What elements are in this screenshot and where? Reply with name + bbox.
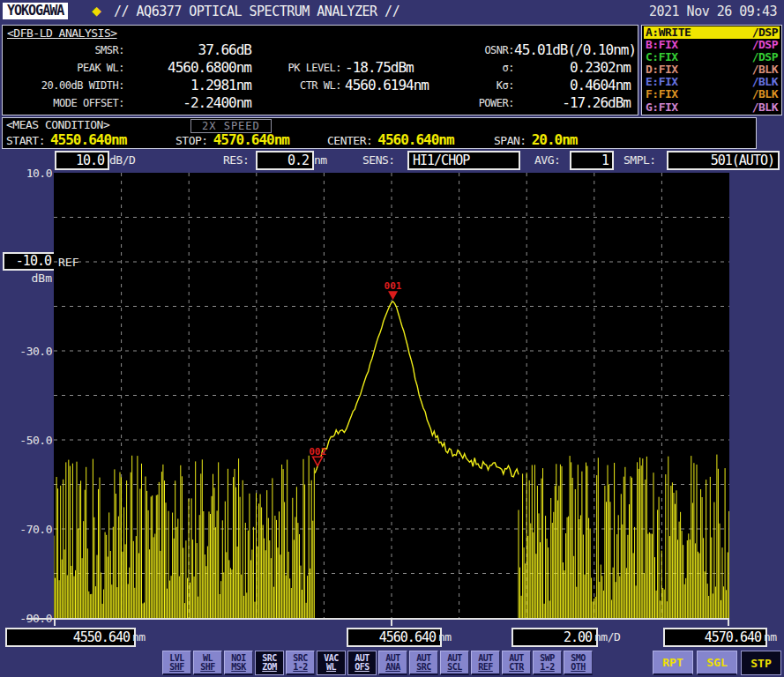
level-scale-box[interactable]: 10.0 [55, 151, 109, 170]
stop-value: 4570.640nm [213, 131, 289, 148]
analysis-value [341, 94, 465, 112]
sens-value-box[interactable]: HI1/CHOP [407, 151, 520, 170]
softkey-smo-oth[interactable]: SMOOTH [564, 651, 593, 675]
start-wl-unit: nm [132, 630, 146, 644]
softkey-line1: AUT [478, 654, 493, 663]
rpt-button[interactable]: RPT [653, 651, 693, 675]
softkey-aut-ofs[interactable]: AUTOFS [347, 651, 377, 675]
axis-tick-center [391, 618, 392, 626]
analysis-label: 20.00dB WIDTH: [4, 77, 124, 94]
trace-row-a[interactable]: A:WRITE/DSP [644, 26, 780, 39]
softkey-line2: MSK [231, 663, 246, 672]
analysis-label [253, 94, 341, 112]
analysis-value: 45.01dB(/0.10nm) [514, 41, 632, 59]
analysis-value: 37.66dB [124, 41, 253, 59]
analysis-value: -17.26dBm [514, 94, 632, 112]
softkey-line1: LVL [169, 654, 184, 663]
trace-row-f[interactable]: F:FIX/BLK [644, 88, 780, 100]
marker-002-label: 002 [309, 446, 326, 458]
trace-row-g[interactable]: G:FIX/BLK [644, 101, 780, 114]
span-label: SPAN: [494, 134, 526, 147]
osa-screen: YOKOGAWA ◆ // AQ6377 OPTICAL SPECTRUM AN… [0, 0, 784, 677]
marker-002-icon[interactable] [313, 457, 323, 465]
softkey-aut-ctr[interactable]: AUTCTR [502, 651, 531, 675]
trace-row-b[interactable]: B:FIX/DSP [644, 39, 780, 51]
softkey-src-1-2[interactable]: SRC1-2 [286, 651, 315, 675]
dfb-ld-analysis-panel: <DFB-LD ANALYSIS> SMSR: 37.66dB OSNR: 45… [2, 25, 638, 115]
center-wl-unit: nm [438, 630, 452, 644]
trace-row-e[interactable]: E:FIX/BLK [644, 76, 780, 88]
trace-name: G:FIX [646, 101, 678, 114]
trace-row-c[interactable]: C:FIX/DSP [644, 51, 780, 63]
stop-label: STOP: [175, 134, 208, 147]
x-scale-box: 2.00 [511, 628, 598, 647]
softkey-line2: ANA [385, 663, 400, 672]
trace-mode: /BLK [752, 101, 778, 114]
softkey-line2: REF [478, 663, 493, 672]
softkey-aut-scl[interactable]: AUTSCL [440, 651, 469, 675]
analysis-value: 4560.6800nm [124, 59, 253, 77]
softkey-line2: 1-2 [293, 663, 308, 672]
softkey-line2: CTR [509, 663, 524, 672]
softkey-line2: SHF [169, 663, 184, 672]
trace-mode: /DSP [752, 26, 778, 39]
trace-name: E:FIX [646, 76, 678, 88]
trace-row-d[interactable]: D:FIX/BLK [644, 63, 780, 76]
softkey-noi-msk[interactable]: NOIMSK [224, 651, 253, 675]
trace-status-panel: A:WRITE/DSPB:FIX/DSPC:FIX/DSPD:FIX/BLKE:… [641, 25, 782, 115]
meas-title: <MEAS CONDITION> [6, 118, 109, 131]
res-label: RES: [223, 153, 249, 167]
stop-wl-box: 4570.640 [663, 628, 767, 647]
sens-label: SENS: [362, 153, 395, 167]
trace-name: A:WRITE [646, 26, 691, 39]
softkey-line2: WL [326, 663, 336, 672]
y-axis-label: -30.0 [14, 345, 52, 358]
softkey-line2: SHF [200, 663, 215, 672]
softkey-line1: SMO [571, 654, 586, 663]
avg-label: AVG: [534, 153, 560, 167]
ref-marker-label: REF [58, 256, 79, 269]
softkey-vac-wl[interactable]: VACWL [317, 651, 346, 675]
smpl-label: SMPL: [623, 153, 656, 167]
span-field: SPAN: 20.0nm [494, 131, 577, 148]
ref-level-box[interactable]: -10.0 [3, 252, 56, 271]
softkey-swp-1-2[interactable]: SWP1-2 [533, 651, 562, 675]
softkey-line2: ZOM [262, 663, 277, 672]
yokogawa-diamond-icon: ◆ [92, 2, 101, 19]
res-value-box[interactable]: 0.2 [256, 151, 314, 170]
marker-001-label: 001 [385, 280, 402, 292]
plot-area: REF001002 [54, 173, 729, 618]
trace-mode: /DSP [752, 39, 778, 51]
stop-wl-field: STOP: 4570.640nm [175, 131, 289, 148]
avg-value-box[interactable]: 1 [570, 151, 614, 170]
center-label: CENTER: [327, 134, 372, 147]
softkey-aut-ana[interactable]: AUTANA [378, 651, 407, 675]
analysis-label: SMSR: [4, 41, 124, 59]
datetime: 2021 Nov 26 09:43 [649, 4, 777, 19]
softkey-line1: AUT [447, 654, 462, 663]
analysis-label: PK LEVEL: [253, 59, 341, 77]
analysis-value: 1.2981nm [124, 77, 253, 94]
softkey-line1: AUT [509, 654, 524, 663]
stp-button[interactable]: STP [741, 651, 781, 675]
analysis-label: POWER: [465, 94, 514, 112]
marker-001-icon[interactable] [388, 291, 398, 300]
y-axis-unit: dBm [14, 272, 52, 285]
analysis-label: CTR WL: [253, 77, 341, 94]
softkey-wl-shf[interactable]: WLSHF [193, 651, 222, 675]
analysis-value: -2.2400nm [124, 94, 253, 112]
start-wl-field: START: 4550.640nm [6, 131, 126, 148]
smpl-value-box[interactable]: 501(AUTO) [667, 151, 780, 170]
softkey-line2: OFS [355, 663, 370, 672]
softkey-src-zom[interactable]: SRCZOM [255, 651, 284, 675]
softkey-lvl-shf[interactable]: LVLSHF [162, 651, 191, 675]
trace-name: D:FIX [646, 63, 678, 76]
app-title: // AQ6377 OPTICAL SPECTRUM ANALYZER // [114, 4, 399, 19]
analysis-label: Kσ: [465, 77, 514, 94]
analysis-value [341, 41, 465, 59]
sgl-button[interactable]: SGL [697, 651, 737, 675]
softkey-aut-ref[interactable]: AUTREF [471, 651, 500, 675]
softkey-aut-src[interactable]: AUTSRC [409, 651, 438, 675]
y-axis-label: -70.0 [14, 523, 52, 536]
trace-mode: /BLK [752, 63, 778, 76]
